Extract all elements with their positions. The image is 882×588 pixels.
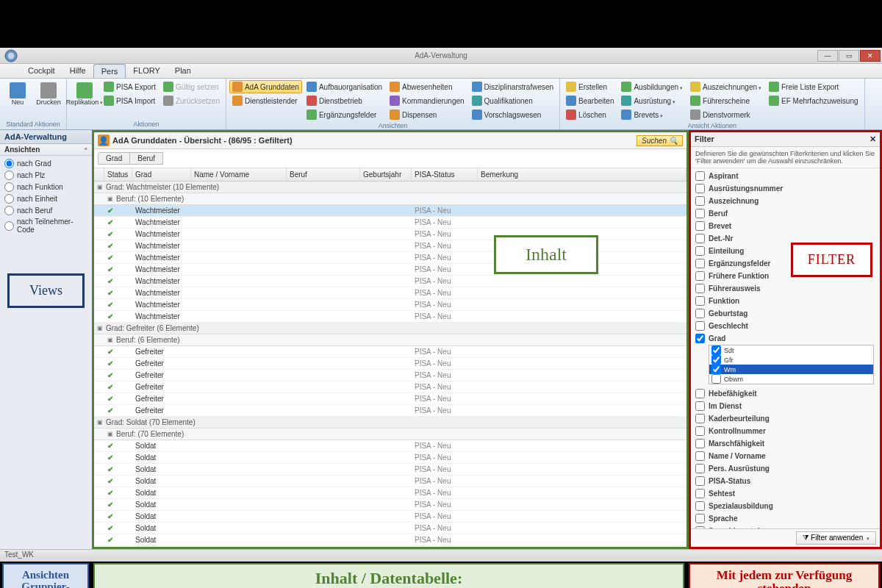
table-row[interactable]: ✔SoldatPISA - Neu xyxy=(94,523,686,534)
col-header-expander[interactable] xyxy=(94,168,104,181)
menu-hilfe[interactable]: Hilfe xyxy=(62,64,93,78)
filter-item-auszeichnung[interactable]: Auszeichnung xyxy=(694,195,877,207)
table-row[interactable]: ✔WachtmeisterPISA - Neu xyxy=(94,287,686,299)
filter-item-im-dienst[interactable]: Im Dienst xyxy=(694,400,877,412)
filter-item-geburtstag[interactable]: Geburtstag xyxy=(694,307,877,320)
table-row[interactable]: ✔WachtmeisterPISA - Neu xyxy=(94,311,686,323)
ribbon-qualifikationen[interactable]: Qualifikationen xyxy=(469,94,556,107)
ribbon-pisa-export[interactable]: PISA Export xyxy=(101,80,159,93)
table-row[interactable]: ✔WachtmeisterPISA - Neu xyxy=(94,299,686,311)
table-row[interactable]: ✔SoldatPISA - Neu xyxy=(94,464,686,476)
filter-item-beruf[interactable]: Beruf xyxy=(694,207,877,220)
table-row[interactable]: ✔SoldatPISA - Neu xyxy=(94,534,686,546)
group-row[interactable]: ▣ Grad: Wachtmeister (10 Elemente) xyxy=(94,182,686,193)
table-row[interactable]: ✔SoldatPISA - Neu xyxy=(94,487,686,499)
ribbon-dienstvormerk[interactable]: Dienstvormerk xyxy=(687,108,764,121)
filter-close-icon[interactable]: ✕ xyxy=(870,135,876,144)
ribbon-pisa-import[interactable]: PISA Import xyxy=(101,94,159,107)
col-header-pisa-status[interactable]: PISA-Status xyxy=(412,168,478,181)
table-row[interactable]: ✔SoldatPISA - Neu xyxy=(94,499,686,511)
view-option-2[interactable]: nach Funktion xyxy=(4,182,87,192)
search-button[interactable]: Suchen 🔍 xyxy=(637,135,683,146)
col-header-status[interactable]: Status xyxy=(104,168,132,181)
col-header-name-vorname[interactable]: Name / Vorname xyxy=(191,168,287,181)
filter-item-ausr-stungsnummer[interactable]: Ausrüstungsnummer xyxy=(694,182,877,195)
group-row[interactable]: ▣ Grad: Gefreiter (6 Elemente) xyxy=(94,323,686,334)
ribbon-l-schen[interactable]: Löschen xyxy=(563,108,617,121)
filter-item-kaderbeurteilung[interactable]: Kaderbeurteilung xyxy=(694,412,877,425)
ribbon-brevets[interactable]: Brevets xyxy=(618,108,686,121)
filter-item-marschf-higkeit[interactable]: Marschfähigkeit xyxy=(694,437,877,450)
view-option-5[interactable]: nach Teilnehmer-Code xyxy=(4,218,87,234)
ribbon-freie-liste-export[interactable]: Freie Liste Export xyxy=(766,80,861,93)
group-row-sub[interactable]: ▣ Beruf: (10 Elemente) xyxy=(94,193,686,205)
table-row[interactable]: ✔WachtmeisterPISA - Neu xyxy=(94,205,686,217)
menu-cockpit[interactable]: Cockpit xyxy=(21,64,62,78)
ribbon-dienstbetrieb[interactable]: Dienstbetrieb xyxy=(304,94,385,107)
filter-item-f-hrerausweis[interactable]: Führerausweis xyxy=(694,282,877,295)
table-row[interactable]: ✔GefreiterPISA - Neu xyxy=(94,381,686,393)
group-tab-grad[interactable]: Grad xyxy=(98,152,130,165)
app-menu-button[interactable] xyxy=(0,48,22,64)
filter-item-brevet[interactable]: Brevet xyxy=(694,220,877,232)
ribbon-ada-grunddaten[interactable]: AdA Grunddaten xyxy=(229,80,302,93)
view-option-4[interactable]: nach Beruf xyxy=(4,206,87,215)
ribbon-erstellen[interactable]: Erstellen xyxy=(563,80,617,93)
ribbon-abwesenheiten[interactable]: Abwesenheiten xyxy=(387,80,467,93)
ribbon-zur-cksetzen[interactable]: Zurücksetzen xyxy=(160,94,223,107)
ribbon-neu[interactable]: Neu xyxy=(3,80,32,108)
filter-item-aspirant[interactable]: Aspirant xyxy=(694,170,877,182)
filter-item-grad[interactable]: Grad xyxy=(694,332,877,345)
view-option-3[interactable]: nach Einheit xyxy=(4,194,87,204)
table-row[interactable]: ✔GefreiterPISA - Neu xyxy=(94,358,686,370)
filter-item-pers-ausr-stung[interactable]: Pers. Ausrüstung xyxy=(694,462,877,475)
ribbon-disziplinarstrafwesen[interactable]: Disziplinarstrafwesen xyxy=(469,80,556,93)
table-row[interactable]: ✔WachtmeisterPISA - Neu xyxy=(94,276,686,287)
ribbon-bearbeiten[interactable]: Bearbeiten xyxy=(563,94,617,107)
ribbon-ausbildungen[interactable]: Ausbildungen xyxy=(618,80,686,93)
table-row[interactable]: ✔SoldatPISA - Neu xyxy=(94,440,686,452)
group-row-sub[interactable]: ▣ Beruf: (70 Elemente) xyxy=(94,429,686,440)
filter-apply-button[interactable]: ⧩ Filter anwenden xyxy=(796,531,876,545)
maximize-button[interactable]: ▭ xyxy=(839,50,859,62)
table-row[interactable]: ✔SoldatPISA - Neu xyxy=(94,476,686,487)
ribbon-f-hrerscheine[interactable]: Führerscheine xyxy=(687,94,764,107)
table-row[interactable]: ✔GefreiterPISA - Neu xyxy=(94,393,686,405)
group-row[interactable]: ▣ Grad: Soldat (70 Elemente) xyxy=(94,417,686,429)
ribbon-dienstleistender[interactable]: Dienstleistender xyxy=(229,94,302,107)
ribbon-erg-nzungsfelder[interactable]: Ergänzungsfelder xyxy=(304,108,385,121)
filter-item-hebef-higkeit[interactable]: Hebefähigkeit xyxy=(694,387,877,400)
filter-item-geschlecht[interactable]: Geschlecht xyxy=(694,320,877,332)
filter-item-funktion[interactable]: Funktion xyxy=(694,295,877,307)
menu-plan[interactable]: Plan xyxy=(168,64,198,78)
table-row[interactable]: ✔SoldatPISA - Neu xyxy=(94,546,686,547)
group-row-sub[interactable]: ▣ Beruf: (6 Elemente) xyxy=(94,334,686,346)
ribbon-drucken[interactable]: Drucken xyxy=(34,80,63,108)
col-header-beruf[interactable]: Beruf xyxy=(287,168,360,181)
table-row[interactable]: ✔SoldatPISA - Neu xyxy=(94,511,686,523)
col-header-bemerkung[interactable]: Bemerkung xyxy=(478,168,686,181)
view-option-1[interactable]: nach Plz xyxy=(4,171,87,180)
filter-grad-options[interactable]: SdtGfrWmObwm xyxy=(709,345,874,384)
view-option-0[interactable]: nach Grad xyxy=(4,159,87,168)
col-header-geburtsjahr[interactable]: Geburtsjahr xyxy=(360,168,412,181)
ribbon-auszeichnungen[interactable]: Auszeichnungen xyxy=(687,80,764,93)
ribbon-ef-mehrfachzuweisung[interactable]: EF Mehrfachzuweisung xyxy=(766,94,861,107)
filter-item-sehtest[interactable]: Sehtest xyxy=(694,487,877,500)
ribbon-g-ltig-setzen[interactable]: Gültig setzen xyxy=(160,80,223,93)
table-row[interactable]: ✔GefreiterPISA - Neu xyxy=(94,346,686,358)
ribbon-kommandierungen[interactable]: Kommandierungen xyxy=(387,94,467,107)
minimize-button[interactable]: — xyxy=(817,50,838,62)
filter-item-name-vorname[interactable]: Name / Vorname xyxy=(694,450,877,462)
views-section-head[interactable]: Ansichten« xyxy=(0,144,92,156)
filter-item-pisa-status[interactable]: PISA-Status xyxy=(694,475,877,487)
col-header-grad[interactable]: Grad xyxy=(132,168,191,181)
menu-pers[interactable]: Pers xyxy=(93,64,126,78)
menu-flory[interactable]: FLORY xyxy=(126,64,167,78)
ribbon-vorschlagswesen[interactable]: Vorschlagswesen xyxy=(469,108,556,121)
table-row[interactable]: ✔GefreiterPISA - Neu xyxy=(94,405,686,417)
table-row[interactable]: ✔GefreiterPISA - Neu xyxy=(94,370,686,381)
table-row[interactable]: ✔WachtmeisterPISA - Neu xyxy=(94,217,686,229)
filter-item-sprache[interactable]: Sprache xyxy=(694,512,877,525)
close-button[interactable]: ✕ xyxy=(860,50,881,62)
